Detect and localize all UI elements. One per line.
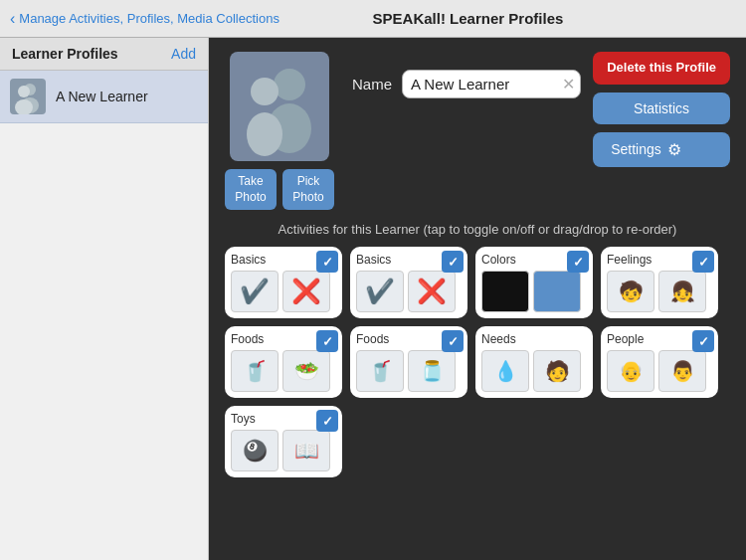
pick-photo-button[interactable]: Pick Photo [282,169,334,210]
page-title: SPEAKall! Learner Profiles [200,10,736,27]
activities-header: Activities for this Learner (tap to togg… [225,222,730,237]
activity-image: 👧 [658,271,706,312]
activity-image: 🥗 [282,350,330,392]
activity-card[interactable]: Foods 🥤 🥗 [225,326,342,398]
list-item[interactable]: A New Learner [0,71,208,123]
svg-point-6 [251,78,279,105]
activity-image: ❌ [408,271,456,312]
active-badge [442,330,464,352]
activity-card-images: 👴 👨 [607,350,712,392]
sidebar-title: Learner Profiles [12,46,118,62]
activity-image: ✔️ [231,271,279,312]
statistics-button[interactable]: Statistics [593,93,730,124]
svg-point-2 [18,86,30,97]
active-badge [316,410,338,432]
name-area: Name ✕ [352,70,593,98]
activity-card-images: 🥤 🥗 [231,350,336,392]
sidebar-header: Learner Profiles Add [0,38,208,71]
activities-grid: Basics ✔️ ❌ Basics ✔️ ❌ Colors [225,247,730,477]
back-arrow-icon: ‹ [10,10,15,28]
name-clear-button[interactable]: ✕ [562,75,575,93]
activity-image: 💧 [481,350,529,392]
activity-card-images: 🎱 📖 [231,430,336,471]
activity-card[interactable]: Colors [475,247,593,318]
activity-image: 🧒 [607,271,654,312]
activity-card[interactable]: Basics ✔️ ❌ [225,247,342,318]
activity-image: 🥤 [231,350,279,392]
active-badge [692,330,714,352]
name-input[interactable] [402,70,581,98]
activity-image: 👨 [658,350,706,392]
activity-image: ❌ [282,271,330,312]
activity-image: ✔️ [356,271,404,312]
activity-card-title: Needs [481,332,587,346]
svg-point-4 [274,69,305,100]
sidebar: Learner Profiles Add A New Learner [0,38,209,560]
activity-card-images: 💧 🧑 [481,350,587,392]
take-photo-button[interactable]: Take Photo [225,169,277,210]
name-label: Name [352,76,392,93]
activity-card-images: 🥤 🫙 [356,350,462,392]
activity-image: 👴 [607,350,654,392]
main-container: Learner Profiles Add A New Learner [0,38,746,560]
activity-card-images: ✔️ ❌ [356,271,462,312]
active-badge [316,251,338,273]
profile-area: Take Photo Pick Photo Name ✕ Delete this… [225,52,730,210]
activity-image: 🫙 [408,350,456,392]
activity-card[interactable]: People 👴 👨 [601,326,718,398]
activity-card-images: ✔️ ❌ [231,271,336,312]
settings-button[interactable]: Settings ⚙ [593,132,730,167]
active-badge [692,251,714,273]
gear-icon: ⚙ [667,140,681,159]
photo-buttons: Take Photo Pick Photo [225,169,334,210]
delete-profile-button[interactable]: Delete this Profile [593,52,730,85]
active-badge [567,251,589,273]
activity-image: 📖 [282,430,330,471]
avatar-icon [10,79,46,114]
profile-photo-section: Take Photo Pick Photo [225,52,334,210]
activity-image [533,271,581,312]
sidebar-item-name: A New Learner [56,89,148,104]
activity-card[interactable]: Foods 🥤 🫙 [350,326,467,398]
content-area: Take Photo Pick Photo Name ✕ Delete this… [209,38,746,560]
activity-card[interactable]: Needs 💧 🧑 [475,326,593,398]
activity-image: 🧑 [533,350,581,392]
profile-photo-svg [235,57,324,156]
avatar [10,79,46,114]
activity-image: 🎱 [231,430,279,471]
settings-label: Settings [611,141,661,157]
svg-point-7 [247,112,282,156]
activity-image [481,271,529,312]
activity-card[interactable]: Feelings 🧒 👧 [601,247,718,318]
active-badge [442,251,464,273]
active-badge [316,330,338,352]
activity-image: 🥤 [356,350,404,392]
name-input-wrapper: ✕ [402,70,581,98]
profile-photo [230,52,329,161]
activity-card[interactable]: Basics ✔️ ❌ [350,247,467,318]
activity-card[interactable]: Toys 🎱 📖 [225,406,342,477]
activity-card-images [481,271,587,312]
activity-card-images: 🧒 👧 [607,271,712,312]
right-buttons: Delete this Profile Statistics Settings … [593,52,730,167]
nav-bar: ‹ Manage Activities, Profiles, Media Col… [0,0,746,38]
sidebar-add-button[interactable]: Add [171,46,196,62]
